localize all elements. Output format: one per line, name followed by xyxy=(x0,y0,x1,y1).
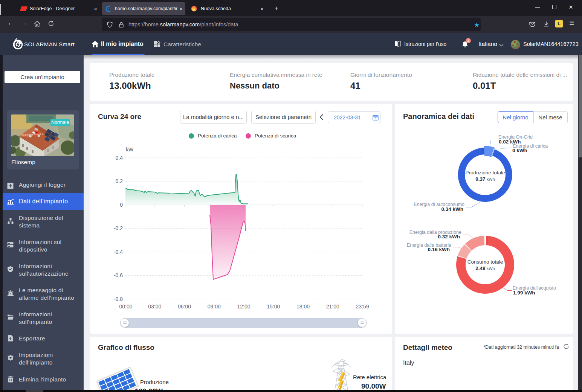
svg-text:Consumo totale: Consumo totale xyxy=(467,259,503,265)
svg-text:1.99 kWh: 1.99 kWh xyxy=(513,290,535,296)
svg-text:-0.6: -0.6 xyxy=(114,272,123,278)
svg-text:0: 0 xyxy=(120,202,123,208)
svg-text:0.37 kWh: 0.37 kWh xyxy=(475,176,495,182)
svg-text:0.34 kWh: 0.34 kWh xyxy=(441,206,463,212)
svg-text:-0.4: -0.4 xyxy=(114,249,123,255)
svg-text:0.4: 0.4 xyxy=(116,155,123,161)
svg-text:0.2: 0.2 xyxy=(116,178,123,184)
svg-text:2.48 kWh: 2.48 kWh xyxy=(475,265,495,271)
svg-text:00:00: 00:00 xyxy=(119,304,132,310)
svg-text:18:00: 18:00 xyxy=(296,304,310,310)
svg-text:Produzione totale: Produzione totale xyxy=(465,170,505,175)
svg-text:0 kWh: 0 kWh xyxy=(512,148,527,153)
svg-text:23:59: 23:59 xyxy=(356,304,369,310)
svg-text:03:00: 03:00 xyxy=(148,304,161,310)
svg-text:09:00: 09:00 xyxy=(208,304,221,310)
svg-text:-0.2: -0.2 xyxy=(114,225,123,231)
svg-text:06:00: 06:00 xyxy=(178,304,191,310)
svg-text:0.16 kWh: 0.16 kWh xyxy=(428,247,450,252)
svg-text:kW: kW xyxy=(126,146,134,153)
svg-text:12:00: 12:00 xyxy=(237,304,250,310)
svg-text:15:00: 15:00 xyxy=(267,304,280,310)
svg-text:21:00: 21:00 xyxy=(326,304,339,310)
svg-text:-0.8: -0.8 xyxy=(114,296,123,302)
svg-text:0.32 kWh: 0.32 kWh xyxy=(438,234,460,239)
